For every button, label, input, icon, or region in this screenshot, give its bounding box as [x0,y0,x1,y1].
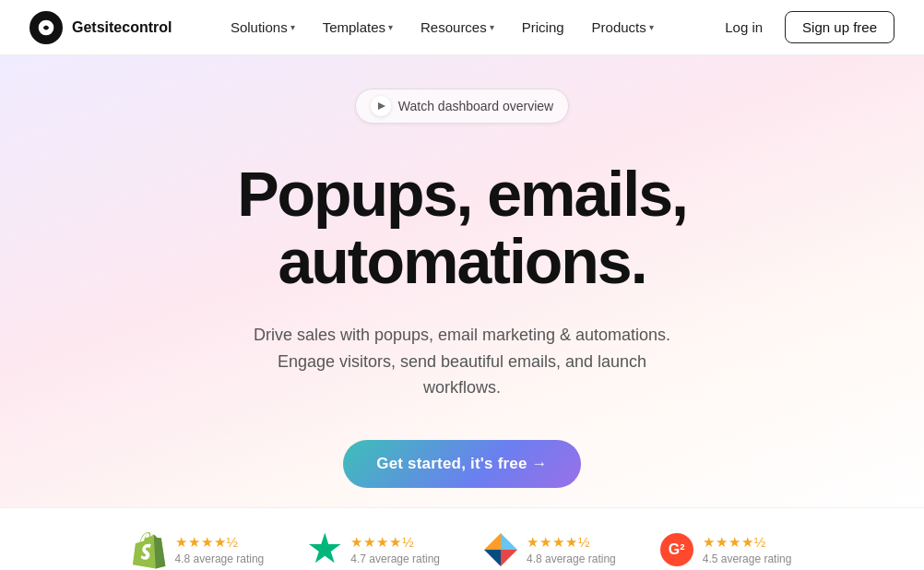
capterra-rating-text: ★★★★½ 4.8 average rating [527,534,616,565]
chevron-down-icon: ▾ [290,22,295,32]
shopify-rating-label: 4.8 average rating [175,552,265,565]
capterra-logo [484,533,517,566]
cta-button[interactable]: Get started, it's free → [343,440,581,488]
nav-solutions[interactable]: Solutions ▾ [219,14,306,41]
shopify-stars: ★★★★½ [175,534,265,551]
hero-headline: Popups, emails, automations. [237,160,687,296]
logo-text: Getsitecontrol [72,19,172,36]
g2-logo: G² [660,533,693,566]
g2-rating-text: ★★★★½ 4.5 average rating [703,534,792,565]
watch-label: Watch dashboard overview [398,99,553,113]
capterra-rating-label: 4.8 average rating [527,552,616,565]
g2-icon: G² [660,533,693,566]
signup-button[interactable]: Sign up free [785,11,894,43]
chevron-down-icon: ▾ [388,22,393,32]
trustpilot-star-icon [308,533,341,566]
svg-marker-1 [484,533,501,550]
shopify-rating: ★★★★½ 4.8 average rating [133,533,265,566]
trustpilot-rating-text: ★★★★½ 4.7 average rating [350,534,440,565]
logo[interactable]: Getsitecontrol [30,11,172,44]
g2-rating: G² ★★★★½ 4.5 average rating [660,533,792,566]
trustpilot-rating-label: 4.7 average rating [350,552,440,565]
svg-marker-3 [484,550,501,566]
nav-actions: Log in Sign up free [712,11,894,43]
shopify-logo [133,533,166,566]
trustpilot-stars: ★★★★½ [350,534,440,551]
play-icon [371,96,391,116]
nav-templates[interactable]: Templates ▾ [312,14,404,41]
svg-marker-2 [501,533,517,550]
capterra-icon [484,533,517,566]
nav-pricing[interactable]: Pricing [511,14,575,41]
chevron-down-icon: ▾ [490,22,494,32]
g2-rating-label: 4.5 average rating [703,552,792,565]
hero-subtext: Drive sales with popups, email marketing… [241,322,683,401]
watch-dashboard-button[interactable]: Watch dashboard overview [355,89,569,124]
nav-products[interactable]: Products ▾ [581,14,665,41]
capterra-stars: ★★★★½ [527,534,616,551]
trustpilot-rating: ★★★★½ 4.7 average rating [308,533,440,566]
ratings-bar: ★★★★½ 4.8 average rating ★★★★½ 4.7 avera… [0,507,924,570]
chevron-down-icon: ▾ [649,22,654,32]
hero-section: Watch dashboard overview Popups, emails,… [0,55,924,507]
shopify-rating-text: ★★★★½ 4.8 average rating [175,534,265,565]
logo-icon [30,11,63,44]
login-button[interactable]: Log in [712,12,776,42]
nav-resources[interactable]: Resources ▾ [409,14,505,41]
capterra-rating: ★★★★½ 4.8 average rating [484,533,616,566]
svg-marker-4 [501,550,517,566]
nav-links: Solutions ▾ Templates ▾ Resources ▾ Pric… [219,14,665,41]
navbar: Getsitecontrol Solutions ▾ Templates ▾ R… [0,0,924,55]
trustpilot-logo [308,533,341,566]
g2-stars: ★★★★½ [703,534,792,551]
